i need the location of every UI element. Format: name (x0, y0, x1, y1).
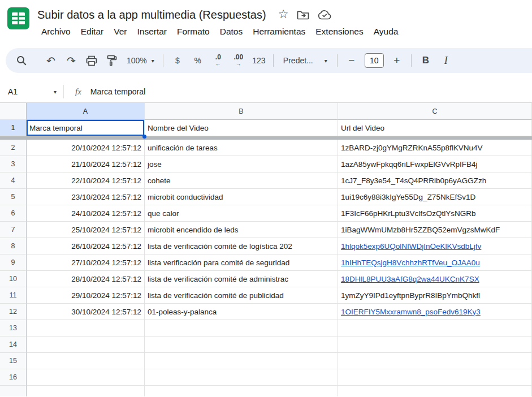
cell-C5[interactable]: 1ui19c6y88i3kIgYe55Dg_Z75NkEfSv1D (338, 189, 532, 205)
cell-B9[interactable]: lista verificación para comité de seguri… (145, 254, 338, 271)
cell-C9[interactable]: 1hIHhTEQsjgH8VchhzhRTfVeu_OJAA0u (338, 254, 532, 271)
row-header-16[interactable]: 16 (0, 369, 27, 386)
row-header-2[interactable]: 2 (0, 140, 27, 156)
cell-C15[interactable] (338, 353, 532, 369)
menu-ayuda[interactable]: Ayuda (369, 25, 404, 38)
cell-A14[interactable] (27, 336, 145, 353)
cell-C2[interactable]: 1zBARD-zj0gYMgRZRKnA55p8flKVNu4V (338, 140, 532, 156)
menu-ver[interactable]: Ver (109, 25, 132, 38)
cell-C16[interactable] (338, 369, 532, 386)
cell-C12[interactable]: 1OIERFIY5Mxxramwn8_psoFedv619Ky3 (338, 304, 532, 320)
cell-A1[interactable]: Marca temporal (27, 120, 145, 136)
cloud-status-icon[interactable] (318, 10, 331, 20)
increase-font-size-button[interactable]: + (387, 51, 407, 70)
cell-B14[interactable] (145, 336, 338, 353)
cell-C8[interactable]: 1hlqok5exp6UQolNIWDjInOeKlKVsdbLjfv (338, 238, 532, 254)
row-header-9[interactable]: 9 (0, 254, 27, 271)
row-header-6[interactable]: 6 (0, 205, 27, 222)
fill-handle[interactable] (142, 135, 146, 139)
zoom-select[interactable]: 100% ▾ (122, 51, 159, 70)
row-header-12[interactable]: 12 (0, 304, 27, 320)
paragraph-style-select[interactable]: Predet... ▾ (278, 51, 333, 70)
document-title[interactable]: Subir datos a la app multimedia (Respues… (37, 8, 266, 21)
row-header-7[interactable]: 7 (0, 222, 27, 238)
cell-A11[interactable]: 29/10/2024 12:57:12 (27, 287, 145, 304)
number-format-icon[interactable]: 123 (249, 51, 269, 70)
font-size-input[interactable]: 10 (365, 53, 384, 68)
menu-insertar[interactable]: Insertar (132, 25, 172, 38)
row-header-1[interactable]: 1 (0, 120, 27, 136)
cell-A12[interactable]: 30/10/2024 12:57:12 (27, 304, 145, 320)
cell-B7[interactable]: microbit encendido de leds (145, 222, 338, 238)
cell-C11[interactable]: 1ymZyY9IPd1eyftpnByprR8IBpYmbQhkfl (338, 287, 532, 304)
row-header-3[interactable]: 3 (0, 156, 27, 172)
row-header-5[interactable]: 5 (0, 189, 27, 205)
italic-icon[interactable]: I (436, 51, 456, 70)
cell-A5[interactable]: 23/10/2024 12:57:12 (27, 189, 145, 205)
cell-B2[interactable]: unificación de tareas (145, 140, 338, 156)
star-icon[interactable]: ☆ (278, 8, 289, 20)
paint-format-icon[interactable] (102, 51, 122, 70)
cell-reference-box[interactable]: A1 ▾ (0, 87, 63, 96)
currency-format-icon[interactable]: $ (167, 51, 188, 70)
menu-herramientas[interactable]: Herramientas (248, 25, 310, 38)
cell-B5[interactable]: microbit conductividad (145, 189, 338, 205)
menu-extensiones[interactable]: Extensiones (310, 25, 368, 38)
cell-C1[interactable]: Url del Video (338, 120, 532, 136)
cell-A3[interactable]: 21/10/2024 12:57:12 (27, 156, 145, 172)
cell-C13[interactable] (338, 320, 532, 336)
decrease-font-size-button[interactable]: − (341, 51, 362, 70)
menu-formato[interactable]: Formato (172, 25, 215, 38)
frozen-row-divider[interactable] (0, 136, 532, 140)
cell-B12[interactable]: 01-poleas-y-palanca (145, 304, 338, 320)
menu-editar[interactable]: Editar (76, 25, 109, 38)
cell-B4[interactable]: cohete (145, 172, 338, 189)
cell-B10[interactable]: lista de verificación comité de administ… (145, 271, 338, 287)
cell-C6[interactable]: 1F3IcF66pHKrLptu3VclfsOzQtlYsNGRb (338, 205, 532, 222)
cell-A6[interactable]: 24/10/2024 12:57:12 (27, 205, 145, 222)
sheets-logo-icon[interactable] (7, 7, 30, 30)
cell-A7[interactable]: 25/10/2024 12:57:12 (27, 222, 145, 238)
row-header-10[interactable]: 10 (0, 271, 27, 287)
row-header-13[interactable]: 13 (0, 320, 27, 336)
redo-icon[interactable]: ↷ (61, 51, 81, 70)
move-folder-icon[interactable] (297, 10, 309, 20)
formula-input[interactable]: Marca temporal (90, 87, 145, 96)
menu-datos[interactable]: Datos (215, 25, 248, 38)
cell-A2[interactable]: 20/10/2024 12:57:12 (27, 140, 145, 156)
menu-archivo[interactable]: Archivo (36, 25, 76, 38)
row-header-15[interactable]: 15 (0, 353, 27, 369)
cell-B1[interactable]: Nombre del Video (145, 120, 338, 136)
row-header-4[interactable]: 4 (0, 172, 27, 189)
increase-decimal-icon[interactable]: .00 → (228, 51, 249, 70)
cell-A4[interactable]: 22/10/2024 12:57:12 (27, 172, 145, 189)
cell-C7[interactable]: 1iBagWWmUMzb8Hr5ZZBQ52emVgzsMwKdF (338, 222, 532, 238)
cell-B11[interactable]: lista de verificación comité de publicid… (145, 287, 338, 304)
percent-format-icon[interactable]: % (188, 51, 208, 70)
cell-C4[interactable]: 1cJ7_F8y3e54_T4sQ4PRRib0p6yAGGZzh (338, 172, 532, 189)
cell-A8[interactable]: 26/10/2024 12:57:12 (27, 238, 145, 254)
cell-B13[interactable] (145, 320, 338, 336)
cell-B16[interactable] (145, 369, 338, 386)
select-all-corner[interactable] (0, 103, 27, 120)
cell-B3[interactable]: jose (145, 156, 338, 172)
column-header-B[interactable]: B (145, 103, 338, 120)
cell-C14[interactable] (338, 336, 532, 353)
cell-B8[interactable]: lista de verificación comité de logístic… (145, 238, 338, 254)
cell-C3[interactable]: 1azA85ywFpkqq6riLFwxpElGVvRpIFB4j (338, 156, 532, 172)
cell-B6[interactable]: que calor (145, 205, 338, 222)
cell-A9[interactable]: 27/10/2024 12:57:12 (27, 254, 145, 271)
cell-A16[interactable] (27, 369, 145, 386)
search-icon[interactable] (11, 51, 32, 70)
column-header-A[interactable]: A (27, 103, 145, 120)
cell-B15[interactable] (145, 353, 338, 369)
print-icon[interactable] (81, 51, 102, 70)
cell-A13[interactable] (27, 320, 145, 336)
column-header-C[interactable]: C (338, 103, 532, 120)
bold-icon[interactable]: B (416, 51, 436, 70)
row-header-8[interactable]: 8 (0, 238, 27, 254)
cell-A15[interactable] (27, 353, 145, 369)
row-header-14[interactable]: 14 (0, 336, 27, 353)
decrease-decimal-icon[interactable]: .0 ← (208, 51, 228, 70)
cell-A10[interactable]: 28/10/2024 12:57:12 (27, 271, 145, 287)
